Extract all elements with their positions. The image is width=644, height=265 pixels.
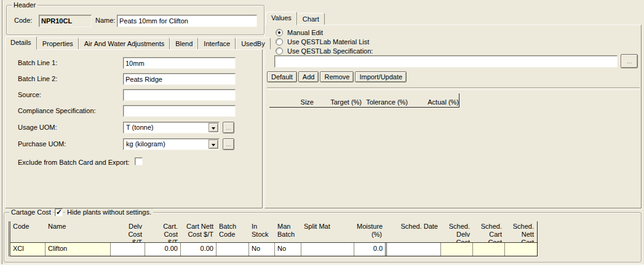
cell-split-mat[interactable] <box>301 243 354 256</box>
cartage-group-label: Cartage Cost <box>9 208 53 216</box>
cartage-column-batch-code: BatchCode <box>217 221 249 242</box>
name-label: Name: <box>95 17 115 25</box>
window-left-edge-highlight <box>2 0 3 265</box>
cell-in-stock[interactable]: No <box>249 243 275 256</box>
default-button[interactable]: Default <box>267 71 297 82</box>
column-label-line2: $/T <box>113 239 142 242</box>
cartage-table: CodeNameDelv Cost$/TCart. Cost$/TCart Ne… <box>9 221 538 256</box>
cartage-table-header: CodeNameDelv Cost$/TCart. Cost$/TCart Ne… <box>10 221 537 242</box>
tab-details[interactable]: Details <box>5 36 37 50</box>
radio-manual-edit[interactable] <box>276 29 283 36</box>
column-label-line1: Man <box>277 223 298 231</box>
column-label-line1: Sched. <box>443 223 470 231</box>
cell-cart-nett-cost-t[interactable]: 0.00 <box>181 243 217 256</box>
radio-manual-edit-label[interactable]: Manual Edit <box>287 29 323 37</box>
column-header-target: Target (%) <box>314 98 362 106</box>
cell-sched-delv-cost[interactable] <box>441 243 473 256</box>
cartage-table-row[interactable]: XClClifton0.000.00NoNo0.0 <box>10 242 537 256</box>
cell-man-batch[interactable]: No <box>275 243 301 256</box>
cartage-column-sched-delv-cost: Sched.Delv Cost <box>441 221 473 242</box>
code-field: NPR10CL <box>39 15 92 27</box>
chevron-down-icon[interactable] <box>209 140 218 149</box>
chevron-down-icon[interactable] <box>209 123 218 132</box>
radio-use-qestlab-specification[interactable] <box>276 47 283 55</box>
cartage-column-code: Code <box>10 221 46 242</box>
tab-values[interactable]: Values <box>266 12 297 25</box>
purchase-uom-select[interactable]: kg (kilogram) <box>123 138 220 150</box>
usage-uom-select[interactable]: T (tonne) <box>123 122 220 133</box>
cell-batch-code[interactable] <box>217 243 249 256</box>
column-label-line2: Batch <box>277 231 298 239</box>
remove-button[interactable]: Remove <box>320 71 354 82</box>
tab-air-and-water-adjustments[interactable]: Air And Water Adjustments <box>79 38 170 49</box>
column-header-tolerance: Tolerance (%) <box>362 98 408 106</box>
tab-properties[interactable]: Properties <box>37 38 79 49</box>
cartage-column-cart-nett-cost-t: Cart NettCost $/T <box>181 221 217 242</box>
column-label-line2: $/T <box>148 239 178 242</box>
cartage-column-man-batch: ManBatch <box>275 221 301 242</box>
compliance-specification-label: Compliance Specification: <box>18 107 96 115</box>
batch-line-2-label: Batch Line 2: <box>18 75 57 83</box>
tab-chart[interactable]: Chart <box>297 13 325 25</box>
batch-line-1-label: Batch Line 1: <box>18 59 57 67</box>
column-label-line1: Code <box>13 223 42 231</box>
tab-blend[interactable]: Blend <box>170 38 198 49</box>
name-input[interactable] <box>117 15 257 27</box>
add-button[interactable]: Add <box>298 71 319 82</box>
cartage-column-sched-date: Sched. Date <box>385 221 441 242</box>
purchase-uom-browse-button: ... <box>223 138 234 150</box>
column-label-line1: Cart Nett <box>183 223 213 231</box>
column-label-line1: In <box>252 223 272 231</box>
details-tab-strip: DetailsPropertiesAir And Water Adjustmen… <box>5 36 271 49</box>
column-header-actual: Actual (%) <box>408 98 459 106</box>
cartage-column-split-mat: Split Mat <box>301 221 354 242</box>
exclude-label: Exclude from Batch Card and Export: <box>18 159 130 167</box>
compliance-specification-input[interactable] <box>123 105 236 117</box>
column-label-line1: Sched. <box>475 223 502 231</box>
cartage-column-moisture: Moisture(%) <box>354 221 385 242</box>
column-label-line1: Cart. Cost <box>148 223 178 239</box>
usage-uom-label: Usage UOM: <box>18 124 57 132</box>
specification-browse-button: ... <box>621 54 638 68</box>
cell-code[interactable]: XCl <box>10 243 46 256</box>
values-action-buttons: DefaultAddRemoveImport/Update <box>267 71 407 82</box>
column-label-line1: Delv Cost <box>113 223 142 239</box>
tab-interface[interactable]: Interface <box>198 38 236 49</box>
exclude-checkbox[interactable] <box>135 157 143 165</box>
cartage-column-delv-cost-t: Delv Cost$/T <box>111 221 145 242</box>
cell-sched-cart-cost[interactable] <box>473 243 505 256</box>
batch-line-1-input[interactable] <box>123 57 236 69</box>
cartage-column-cart-cost-t: Cart. Cost$/T <box>145 221 181 242</box>
cartage-column-name: Name <box>46 221 111 242</box>
hide-plants-checkbox[interactable] <box>55 208 63 216</box>
specification-input[interactable] <box>274 55 618 68</box>
usage-uom-browse-button: ... <box>223 122 234 133</box>
source-input[interactable] <box>123 89 236 101</box>
column-label-line2: Stock <box>252 231 272 239</box>
values-tab-strip: ValuesChart <box>266 12 325 25</box>
material-editor-window: { "header": { "group_label": "Header", "… <box>0 0 644 265</box>
column-label-line1: Sched. <box>507 223 534 231</box>
cell-delv-cost-t[interactable] <box>111 243 145 256</box>
cell-sched-nett-cart[interactable] <box>505 243 537 256</box>
radio-use-qestlab-specification-label[interactable]: Use QESTLab Specification: <box>287 47 373 55</box>
radio-use-qestlab-material-list[interactable] <box>276 38 283 45</box>
radio-use-qestlab-material-list-label[interactable]: Use QESTLab Material List <box>287 38 369 46</box>
hide-plants-label: Hide plants without settings. <box>65 208 153 216</box>
import-update-button[interactable]: Import/Update <box>355 71 407 82</box>
cell-name[interactable]: Clifton <box>46 243 111 256</box>
purchase-uom-label: Purchase UOM: <box>18 140 66 148</box>
column-label-line1: Sched. Date <box>389 223 438 231</box>
cartage-column-sched-nett-cart: Sched.Nett Cart <box>505 221 537 242</box>
details-panel: Batch Line 1:Batch Line 2:Source:Complia… <box>5 49 263 208</box>
selected-value: kg (kilogram) <box>126 140 165 148</box>
cell-moisture[interactable]: 0.0 <box>354 243 385 256</box>
cell-cart-cost-t[interactable]: 0.00 <box>145 243 181 256</box>
separator-line <box>267 87 640 89</box>
column-label-line1: Split Mat <box>304 223 351 231</box>
tab-usedby[interactable]: UsedBy <box>236 38 271 49</box>
code-label: Code: <box>14 17 32 25</box>
cell-sched-date[interactable] <box>385 243 441 256</box>
column-label-line2: Cost $/T <box>183 231 213 239</box>
batch-line-2-input[interactable] <box>123 73 236 85</box>
